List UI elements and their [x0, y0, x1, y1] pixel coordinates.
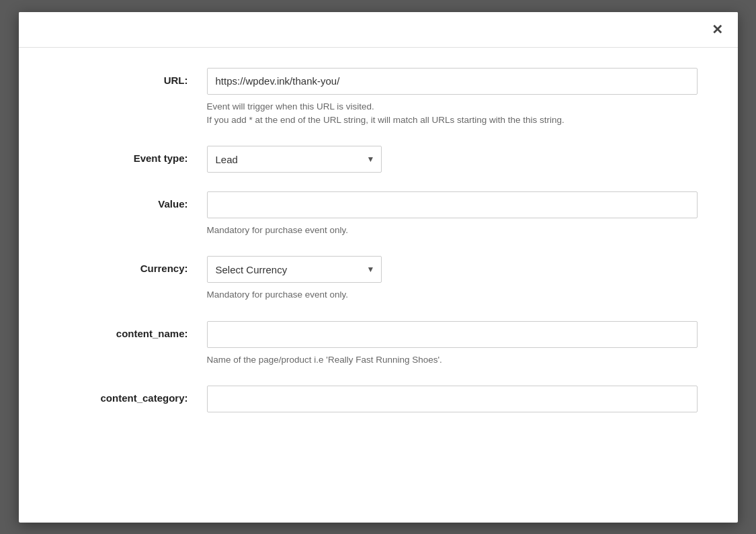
value-input[interactable]	[207, 191, 698, 218]
modal-close-button[interactable]: ✕	[708, 20, 727, 39]
value-field: Mandatory for purchase event only.	[207, 191, 698, 237]
content-name-label: content_name:	[59, 321, 207, 339]
currency-select[interactable]: Select Currency USD EUR GBP AUD CAD	[207, 256, 382, 283]
currency-hint: Mandatory for purchase event only.	[207, 288, 698, 302]
event-type-row: Event type: Lead Purchase CompleteRegist…	[59, 146, 698, 173]
modal-overlay: ✕ URL: Event will trigger when this URL …	[0, 0, 756, 534]
value-label: Value:	[59, 191, 207, 210]
content-name-field: Name of the page/product i.e 'Really Fas…	[207, 321, 698, 367]
modal-body: URL: Event will trigger when this URL is…	[19, 48, 738, 523]
url-row: URL: Event will trigger when this URL is…	[59, 68, 698, 128]
event-type-select[interactable]: Lead Purchase CompleteRegistration AddTo…	[207, 146, 382, 173]
event-type-field: Lead Purchase CompleteRegistration AddTo…	[207, 146, 698, 173]
modal-dialog: ✕ URL: Event will trigger when this URL …	[19, 12, 738, 523]
url-input[interactable]	[207, 68, 698, 95]
content-category-label: content_category:	[59, 386, 207, 404]
currency-select-wrapper: Select Currency USD EUR GBP AUD CAD ▼	[207, 256, 382, 283]
content-name-input[interactable]	[207, 321, 698, 348]
value-hint: Mandatory for purchase event only.	[207, 224, 698, 237]
currency-label: Currency:	[59, 256, 207, 274]
event-type-select-wrapper: Lead Purchase CompleteRegistration AddTo…	[207, 146, 382, 173]
content-name-hint: Name of the page/product i.e 'Really Fas…	[207, 353, 698, 367]
content-category-field	[207, 386, 698, 412]
currency-row: Currency: Select Currency USD EUR GBP AU…	[59, 256, 698, 302]
url-field: Event will trigger when this URL is visi…	[207, 68, 698, 128]
content-category-input[interactable]	[207, 386, 698, 412]
url-label: URL:	[59, 68, 207, 86]
currency-field: Select Currency USD EUR GBP AUD CAD ▼ Ma…	[207, 256, 698, 302]
modal-header: ✕	[19, 12, 738, 48]
content-name-row: content_name: Name of the page/product i…	[59, 321, 698, 367]
url-hint: Event will trigger when this URL is visi…	[207, 100, 698, 128]
event-type-label: Event type:	[59, 146, 207, 164]
value-row: Value: Mandatory for purchase event only…	[59, 191, 698, 237]
content-category-row: content_category:	[59, 386, 698, 412]
